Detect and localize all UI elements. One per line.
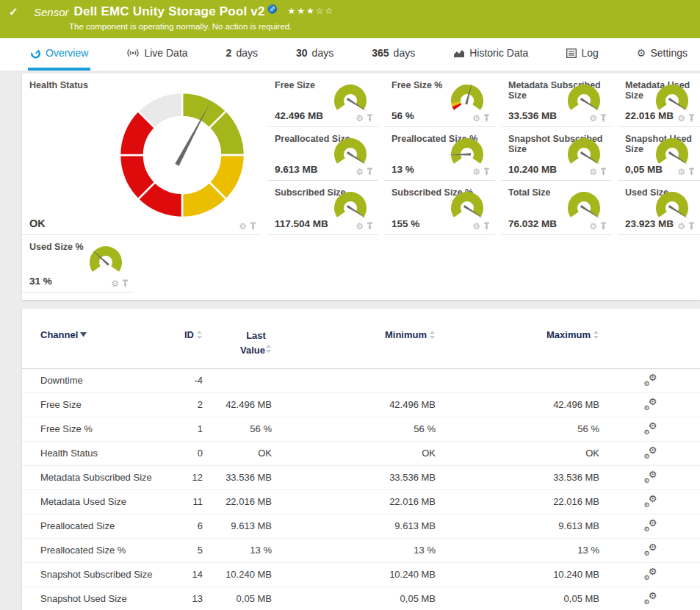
gauge-settings-gear-icon[interactable]: ⚙ [239,222,247,231]
gauge-cell-metadata-used-size[interactable]: Metadata Used Size22.016 MB⚙ [618,73,700,127]
channel-settings-icon[interactable]: ⚙⚙ [644,519,657,531]
tab-30-days[interactable]: 30days [294,38,336,71]
gauge-settings-gear-icon[interactable]: ⚙ [677,114,685,123]
column-header-minimum[interactable]: Minimum [273,320,437,368]
channel-settings-icon[interactable]: ⚙⚙ [644,470,657,482]
pin-icon[interactable] [483,114,490,123]
channel-row-free-size[interactable]: Free Size %156 %56 %56 %⚙⚙ [22,417,700,441]
channel-settings-icon[interactable]: ⚙⚙ [644,543,657,555]
pin-icon[interactable] [122,279,129,288]
sort-toggle-icon[interactable] [429,330,436,340]
gauge-settings-gear-icon[interactable]: ⚙ [677,222,685,231]
gauge-settings-gear-icon[interactable]: ⚙ [356,168,364,176]
pin-icon[interactable] [600,114,607,123]
gauge-cell-preallocated-size[interactable]: Preallocated Size9.613 MB⚙ [267,127,378,181]
gauge-cell-subscribed-size[interactable]: Subscribed Size117.504 MB⚙ [267,181,378,235]
tab-settings[interactable]: ⚙Settings [635,38,690,71]
gauge-settings-gear-icon[interactable]: ⚙ [356,114,364,123]
gauge-settings-gear-icon[interactable]: ⚙ [472,168,480,176]
channel-row-metadata-subscribed-size[interactable]: Metadata Subscribed Size1233.536 MB33.53… [22,465,700,489]
channel-settings-icon[interactable]: ⚙⚙ [644,567,657,579]
pin-icon[interactable] [483,222,490,231]
pin-icon[interactable] [367,222,373,231]
sensor-tab-bar: OverviewLive Data2days30days365daysHisto… [0,38,700,71]
tab-log[interactable]: Log [564,38,600,71]
sort-toggle-icon[interactable] [196,330,203,340]
pin-icon[interactable] [250,222,256,231]
gauge-cell-metadata-subscribed-size[interactable]: Metadata Subscribed Size33.536 MB⚙ [501,73,612,127]
gauge-cell-free-size[interactable]: Free Size42.496 MB⚙ [267,73,378,127]
tab-label: days [394,47,416,59]
gauge-cell-snapshot-used-size[interactable]: Snapshot Used Size0,05 MB⚙ [618,127,700,181]
channel-row-preallocated-size[interactable]: Preallocated Size %513 %13 %13 %⚙⚙ [22,538,700,562]
column-header-id[interactable]: ID [162,320,204,368]
sort-toggle-icon[interactable] [593,330,599,340]
channel-row-free-size[interactable]: Free Size242.496 MB42.496 MB42.496 MB⚙⚙ [22,392,700,417]
channel-minimum: 33.536 MB [273,465,437,489]
channel-last-value: OK [204,441,273,465]
gauge-value: 33.536 MB [508,110,557,121]
gauge-cell-snapshot-subscribed-size[interactable]: Snapshot Subscribed Size10.240 MB⚙ [501,127,612,181]
gauge-cell-total-size[interactable]: Total Size76.032 MB⚙ [501,181,612,235]
pin-icon[interactable] [688,114,695,123]
health-status-gauge-cell[interactable]: Health StatusOK⚙ [22,73,261,235]
pin-icon[interactable] [367,168,373,176]
channel-row-health-status[interactable]: Health Status0OKOKOK⚙⚙ [22,441,700,465]
channel-minimum: 10.240 MB [273,562,437,586]
pin-icon[interactable] [600,168,607,176]
gauge-settings-gear-icon[interactable]: ⚙ [111,279,119,288]
pin-icon[interactable] [688,168,695,176]
gauge-settings-gear-icon[interactable]: ⚙ [589,168,597,176]
pin-icon[interactable] [367,114,373,123]
live-icon [126,48,140,58]
tab-2-days[interactable]: 2days [224,38,260,71]
pin-icon[interactable] [483,168,490,176]
priority-stars[interactable]: ★★★☆☆ [287,6,334,16]
column-header-last-value[interactable]: Last Value [204,320,273,368]
tab-overview[interactable]: Overview [28,38,90,71]
tab-historic-data[interactable]: Historic Data [451,38,530,71]
channel-last-value: 13 % [204,538,273,562]
channel-settings-icon[interactable]: ⚙⚙ [644,446,657,458]
channel-last-value: 56 % [204,417,273,441]
column-header-channel[interactable]: Channel [22,320,162,368]
pin-icon[interactable] [600,222,607,231]
gauge-cell-used-size[interactable]: Used Size %31 %⚙ [22,235,134,293]
tab-365-days[interactable]: 365days [369,38,417,71]
gauge-cell-used-size[interactable]: Used Size23.923 MB⚙ [618,181,700,235]
pin-icon[interactable] [688,222,695,231]
gauge-settings-gear-icon[interactable]: ⚙ [589,114,597,123]
channel-row-metadata-used-size[interactable]: Metadata Used Size1122.016 MB22.016 MB22… [22,489,700,514]
gauge-value: 22.016 MB [625,110,674,121]
channel-row-snapshot-used-size[interactable]: Snapshot Used Size130,05 MB0,05 MB0,05 M… [22,586,700,610]
gauge-value: 9.613 MB [275,164,318,175]
column-header-maximum[interactable]: Maximum [437,320,601,368]
flag-icon[interactable]: ♐ [267,4,278,14]
channel-settings-icon[interactable]: ⚙⚙ [644,422,657,434]
sensor-status-message: The component is operating normally. No … [69,22,700,31]
gauge-cell-subscribed-size[interactable]: Subscribed Size %155 %⚙ [384,181,495,235]
gauge-settings-gear-icon[interactable]: ⚙ [589,222,597,231]
overview-icon [30,48,41,59]
gauge-cell-preallocated-size[interactable]: Preallocated Size %13 %⚙ [384,127,495,181]
channel-row-snapshot-subscribed-size[interactable]: Snapshot Subscribed Size1410.240 MB10.24… [22,562,700,586]
sort-toggle-icon[interactable] [265,344,272,354]
channel-id: 1 [162,417,204,441]
gauge-settings-gear-icon[interactable]: ⚙ [677,168,685,176]
channel-minimum: 42.496 MB [273,392,437,417]
gauge-settings-gear-icon[interactable]: ⚙ [356,222,364,231]
channel-settings-icon[interactable]: ⚙⚙ [644,373,657,385]
channel-id: 5 [162,538,204,562]
channel-row-downtime[interactable]: Downtime-4⚙⚙ [22,368,700,392]
channel-settings-icon[interactable]: ⚙⚙ [644,495,657,506]
channel-row-preallocated-size[interactable]: Preallocated Size69.613 MB9.613 MB9.613 … [22,514,700,538]
gauge-dial [438,134,492,171]
channel-settings-icon[interactable]: ⚙⚙ [644,398,657,409]
gauge-settings-gear-icon[interactable]: ⚙ [472,222,480,231]
channel-id: 14 [162,562,204,586]
gauge-cell-free-size[interactable]: Free Size %56 %⚙ [384,73,495,127]
gauge-settings-gear-icon[interactable]: ⚙ [472,114,480,123]
tab-live-data[interactable]: Live Data [124,38,190,71]
channel-settings-icon[interactable]: ⚙⚙ [644,592,657,603]
gauge-value: 42.496 MB [275,110,323,121]
